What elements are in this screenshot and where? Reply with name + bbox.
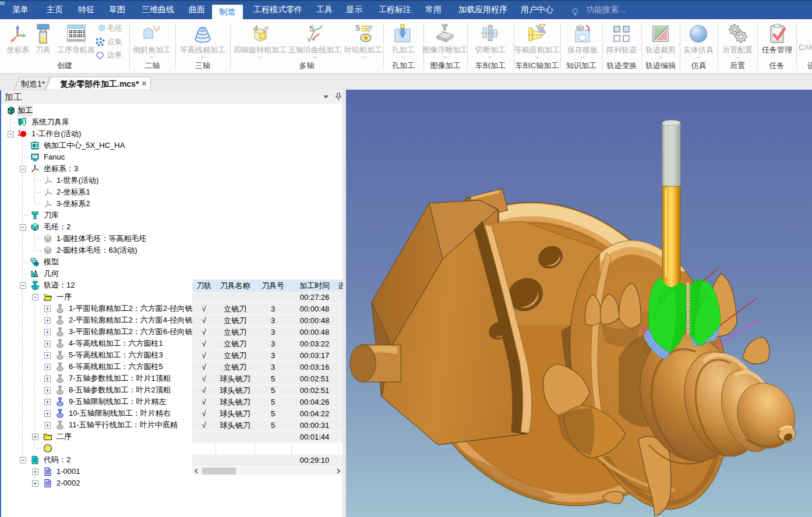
svg-text:5: 5 <box>355 23 360 33</box>
